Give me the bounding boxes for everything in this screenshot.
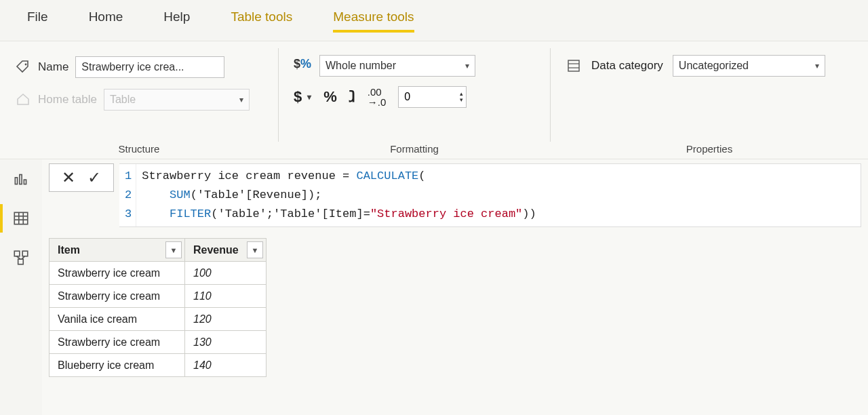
ribbon: Name Home table Table ▾ Structure $% Who… bbox=[0, 41, 868, 159]
cell-revenue: 130 bbox=[185, 331, 267, 354]
cell-revenue: 100 bbox=[185, 262, 267, 285]
svg-rect-5 bbox=[20, 175, 22, 184]
main-area: ✕ ✓ 123 Strawberry ice cream revenue = C… bbox=[42, 159, 868, 415]
format-value: Whole number bbox=[326, 60, 396, 72]
menu-help[interactable]: Help bbox=[163, 9, 190, 24]
cell-item: Strawberry ice cream bbox=[50, 262, 185, 285]
svg-rect-14 bbox=[18, 259, 24, 264]
svg-rect-4 bbox=[15, 178, 17, 184]
table-row[interactable]: Vanila ice cream120 bbox=[50, 308, 267, 331]
home-table-label: Home table bbox=[38, 93, 97, 106]
currency-dropdown-icon[interactable]: ▾ bbox=[307, 92, 311, 102]
thousands-button[interactable]: ⱹ bbox=[349, 88, 355, 106]
ribbon-group-formatting: $% Whole number ▾ $ ▾ % ⱹ .00→.0 ▴▾ Form… bbox=[279, 41, 550, 159]
menu-table-tools[interactable]: Table tools bbox=[231, 9, 292, 24]
col-revenue-label: Revenue bbox=[193, 244, 239, 256]
spinner-arrows[interactable]: ▴▾ bbox=[460, 91, 466, 103]
group-label-properties: Properties bbox=[551, 143, 868, 155]
left-rail bbox=[0, 159, 42, 415]
ribbon-group-properties: Data category Uncategorized ▾ Properties bbox=[551, 41, 868, 159]
ribbon-group-structure: Name Home table Table ▾ Structure bbox=[0, 41, 278, 159]
table-row[interactable]: Blueberry ice cream140 bbox=[50, 354, 267, 377]
table-header-row: Item ▼ Revenue ▼ bbox=[50, 239, 267, 262]
cell-item: Blueberry ice cream bbox=[50, 354, 185, 377]
commit-formula-button[interactable]: ✓ bbox=[87, 168, 101, 187]
report-view-button[interactable] bbox=[11, 169, 31, 189]
col-item-label: Item bbox=[58, 244, 80, 256]
svg-rect-6 bbox=[24, 180, 26, 184]
svg-rect-7 bbox=[14, 212, 28, 224]
cell-item: Strawberry ice cream bbox=[50, 331, 185, 354]
table-row[interactable]: Strawberry ice cream130 bbox=[50, 331, 267, 354]
chevron-down-icon: ▾ bbox=[815, 61, 819, 71]
decimals-input[interactable] bbox=[399, 91, 460, 103]
decimals-icon[interactable]: .00→.0 bbox=[368, 87, 387, 107]
table-row[interactable]: Strawberry ice cream110 bbox=[50, 285, 267, 308]
data-category-icon bbox=[566, 58, 582, 74]
filter-icon[interactable]: ▼ bbox=[165, 241, 182, 258]
home-table-row: Home table Table ▾ bbox=[15, 87, 263, 112]
formula-editor[interactable]: 123 Strawberry ice cream revenue = CALCU… bbox=[119, 163, 861, 227]
formula-bar: ✕ ✓ 123 Strawberry ice cream revenue = C… bbox=[49, 163, 861, 227]
svg-rect-12 bbox=[14, 251, 20, 256]
data-table: Item ▼ Revenue ▼ Strawberry ice cream100… bbox=[49, 238, 267, 377]
name-label: Name bbox=[38, 60, 68, 74]
table-body: Strawberry ice cream100 Strawberry ice c… bbox=[50, 262, 267, 377]
format-select[interactable]: Whole number ▾ bbox=[319, 55, 475, 77]
svg-point-0 bbox=[25, 64, 27, 66]
formula-controls: ✕ ✓ bbox=[49, 163, 114, 192]
model-view-button[interactable] bbox=[11, 248, 31, 268]
svg-rect-1 bbox=[568, 60, 579, 71]
home-table-value: Table bbox=[110, 94, 136, 106]
cell-item: Strawberry ice cream bbox=[50, 285, 185, 308]
col-header-item[interactable]: Item ▼ bbox=[50, 239, 185, 262]
formula-code[interactable]: Strawberry ice cream revenue = CALCULATE… bbox=[136, 164, 542, 226]
decimals-spinner[interactable]: ▴▾ bbox=[398, 86, 467, 108]
home-icon bbox=[15, 92, 31, 108]
tag-icon bbox=[15, 59, 31, 75]
workspace: ✕ ✓ 123 Strawberry ice cream revenue = C… bbox=[0, 159, 868, 415]
svg-rect-13 bbox=[22, 251, 28, 256]
currency-button[interactable]: $ bbox=[294, 88, 302, 106]
table-row[interactable]: Strawberry ice cream100 bbox=[50, 262, 267, 285]
chevron-down-icon: ▾ bbox=[239, 95, 243, 104]
data-view-button[interactable] bbox=[11, 208, 31, 229]
name-field-row: Name bbox=[15, 55, 263, 79]
percent-button[interactable]: % bbox=[323, 88, 337, 106]
group-label-formatting: Formatting bbox=[279, 143, 550, 155]
data-category-label: Data category bbox=[591, 59, 663, 73]
group-label-structure: Structure bbox=[0, 143, 278, 155]
home-table-select[interactable]: Table ▾ bbox=[104, 89, 250, 111]
data-category-select[interactable]: Uncategorized ▾ bbox=[673, 55, 825, 77]
menu-home[interactable]: Home bbox=[89, 9, 123, 24]
cancel-formula-button[interactable]: ✕ bbox=[62, 168, 75, 187]
cell-revenue: 110 bbox=[185, 285, 267, 308]
chevron-down-icon: ▾ bbox=[465, 61, 469, 71]
measure-name-input[interactable] bbox=[75, 56, 224, 78]
menu-file[interactable]: File bbox=[27, 9, 48, 24]
cell-revenue: 120 bbox=[185, 308, 267, 331]
menu-measure-tools[interactable]: Measure tools bbox=[333, 9, 414, 24]
cell-revenue: 140 bbox=[185, 354, 267, 377]
top-menubar: File Home Help Table tools Measure tools bbox=[0, 0, 868, 34]
format-icon: $% bbox=[294, 57, 311, 75]
cell-item: Vanila ice cream bbox=[50, 308, 185, 331]
filter-icon[interactable]: ▼ bbox=[247, 241, 263, 258]
col-header-revenue[interactable]: Revenue ▼ bbox=[185, 239, 267, 262]
data-category-value: Uncategorized bbox=[679, 60, 749, 72]
line-gutter: 123 bbox=[119, 164, 136, 226]
